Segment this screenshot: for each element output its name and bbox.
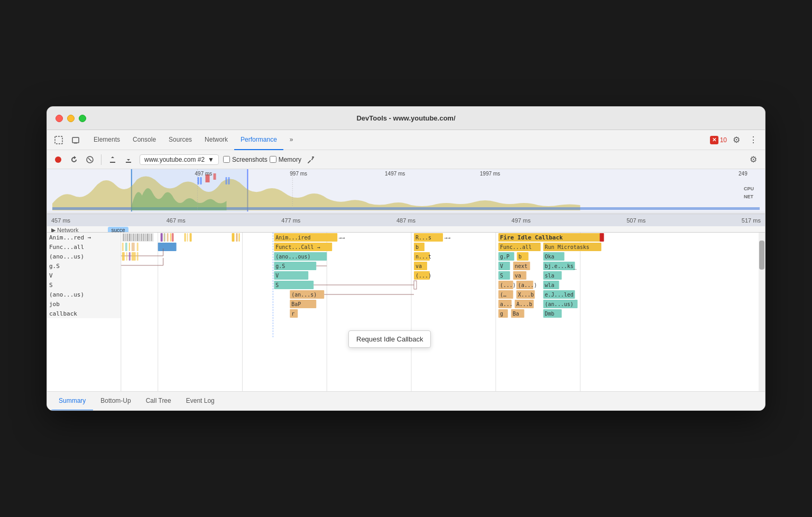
- svg-rect-160: [172, 233, 174, 242]
- upload-button[interactable]: [106, 153, 119, 167]
- svg-rect-165: [236, 233, 237, 242]
- svg-text:V: V: [275, 273, 279, 279]
- svg-text:Ba: Ba: [513, 311, 519, 317]
- svg-rect-45: [140, 234, 140, 241]
- ruler-mark-3: 487 ms: [396, 217, 416, 224]
- tab-more[interactable]: »: [283, 130, 300, 150]
- close-button[interactable]: [56, 115, 63, 122]
- svg-text:S: S: [275, 282, 279, 288]
- svg-text:Anim...ired: Anim...ired: [275, 235, 310, 241]
- url-select[interactable]: www.youtube.com #2 ▼: [140, 154, 219, 165]
- svg-text:n...t: n...t: [416, 254, 431, 260]
- svg-text:Funct...Call →: Funct...Call →: [275, 244, 320, 250]
- svg-rect-159: [170, 233, 171, 242]
- tab-network[interactable]: Network: [198, 130, 234, 150]
- svg-text:R...s: R...s: [416, 235, 431, 241]
- svg-rect-23: [198, 177, 199, 184]
- tab-sources[interactable]: Sources: [162, 130, 198, 150]
- svg-rect-2: [74, 143, 77, 144]
- bottom-tabs: Summary Bottom-Up Call Tree Event Log: [47, 391, 765, 410]
- svg-rect-1: [72, 137, 79, 143]
- flame-chart-svg[interactable]: Anim...red →: [47, 233, 765, 391]
- tab-elements[interactable]: Elements: [87, 130, 126, 150]
- svg-rect-39: [127, 234, 128, 241]
- dropdown-icon: ▼: [208, 156, 214, 163]
- tab-bar-right: ✕ 10 ⚙ ⋮: [710, 133, 761, 147]
- svg-text:(an...s): (an...s): [291, 292, 317, 298]
- devtools-window: DevTools - www.youtube.com/: [47, 106, 765, 411]
- tab-items: Elements Console Sources Network Perform…: [87, 130, 710, 150]
- broom-icon[interactable]: [303, 152, 318, 167]
- svg-text:V: V: [500, 263, 503, 269]
- timeline-overview-svg: 497 ms 997 ms 1497 ms 1997 ms 249 CPU NE…: [47, 169, 765, 211]
- svg-rect-48: [145, 234, 146, 241]
- tab-bar-tools: [51, 133, 83, 147]
- svg-rect-26: [228, 177, 229, 184]
- svg-text:1497 ms: 1497 ms: [385, 171, 405, 177]
- more-options-icon[interactable]: ⋮: [746, 133, 761, 147]
- svg-rect-168: [122, 252, 125, 261]
- memory-checkbox-label[interactable]: Memory: [270, 156, 301, 163]
- memory-checkbox[interactable]: [270, 156, 276, 163]
- svg-rect-13: [214, 173, 216, 180]
- svg-text:(an...us): (an...us): [545, 301, 574, 307]
- svg-text:Run Microtasks: Run Microtasks: [545, 244, 589, 250]
- clear-button[interactable]: [83, 153, 97, 167]
- settings-icon[interactable]: ⚙: [729, 133, 744, 147]
- request-idle-callback-tooltip: Request Idle Callback: [348, 330, 431, 348]
- tab-bottom-up[interactable]: Bottom-Up: [93, 392, 138, 411]
- svg-rect-169: [126, 252, 127, 261]
- svg-rect-27: [47, 233, 765, 391]
- svg-rect-0: [55, 136, 62, 144]
- svg-text:(…: (…: [500, 292, 506, 298]
- svg-rect-24: [200, 177, 202, 184]
- svg-rect-41: [132, 234, 132, 241]
- error-icon: ✕: [710, 136, 718, 144]
- svg-rect-170: [129, 252, 131, 261]
- timeline-area[interactable]: 497 ms 997 ms 1497 ms 1997 ms 249 CPU NE…: [47, 169, 765, 233]
- tab-call-tree[interactable]: Call Tree: [139, 392, 179, 411]
- network-track-label[interactable]: ▶ Network: [51, 227, 78, 233]
- svg-text:A...b: A...b: [516, 301, 532, 307]
- ruler-mark-1: 467 ms: [167, 217, 186, 224]
- perf-settings-icon[interactable]: ⚙: [746, 152, 761, 167]
- svg-rect-50: [150, 234, 150, 241]
- svg-text:a...: a...: [500, 301, 513, 307]
- svg-text:g: g: [500, 311, 503, 317]
- svg-text:(...): (...): [500, 282, 516, 288]
- svg-rect-25: [226, 177, 227, 184]
- tab-console[interactable]: Console: [126, 130, 162, 150]
- device-tool-icon[interactable]: [68, 133, 83, 147]
- minimize-button[interactable]: [67, 115, 75, 122]
- svg-rect-176: [132, 243, 135, 251]
- svg-rect-38: [125, 234, 126, 241]
- svg-rect-43: [135, 234, 136, 241]
- tab-bar: Elements Console Sources Network Perform…: [47, 130, 765, 150]
- screenshots-checkbox-label[interactable]: Screenshots: [223, 156, 267, 163]
- svg-rect-44: [137, 234, 139, 241]
- record-button[interactable]: [51, 153, 65, 167]
- titlebar: DevTools - www.youtube.com/: [47, 107, 765, 130]
- svg-text:Func...all: Func...all: [49, 244, 84, 251]
- svg-text:Func...all: Func...all: [500, 244, 532, 250]
- svg-rect-49: [147, 234, 149, 241]
- error-badge[interactable]: ✕ 10: [710, 136, 727, 144]
- svg-text:S: S: [500, 273, 503, 279]
- reload-record-button[interactable]: [67, 153, 81, 167]
- screenshots-checkbox[interactable]: [223, 156, 230, 163]
- svg-text:CPU: CPU: [744, 186, 754, 191]
- maximize-button[interactable]: [79, 115, 86, 122]
- svg-text:next: next: [515, 263, 528, 269]
- svg-rect-163: [190, 233, 192, 242]
- svg-rect-103: [47, 271, 121, 280]
- timeline-tracks: ▶ Network succe: [47, 226, 765, 233]
- tab-summary[interactable]: Summary: [51, 392, 93, 411]
- svg-rect-166: [238, 233, 239, 242]
- tab-performance[interactable]: Performance: [234, 130, 283, 150]
- svg-text:va: va: [515, 273, 521, 279]
- svg-text:249: 249: [739, 171, 748, 177]
- tab-event-log[interactable]: Event Log: [179, 392, 222, 411]
- cursor-tool-icon[interactable]: [51, 133, 66, 147]
- download-button[interactable]: [122, 153, 135, 167]
- svg-rect-173: [122, 243, 124, 251]
